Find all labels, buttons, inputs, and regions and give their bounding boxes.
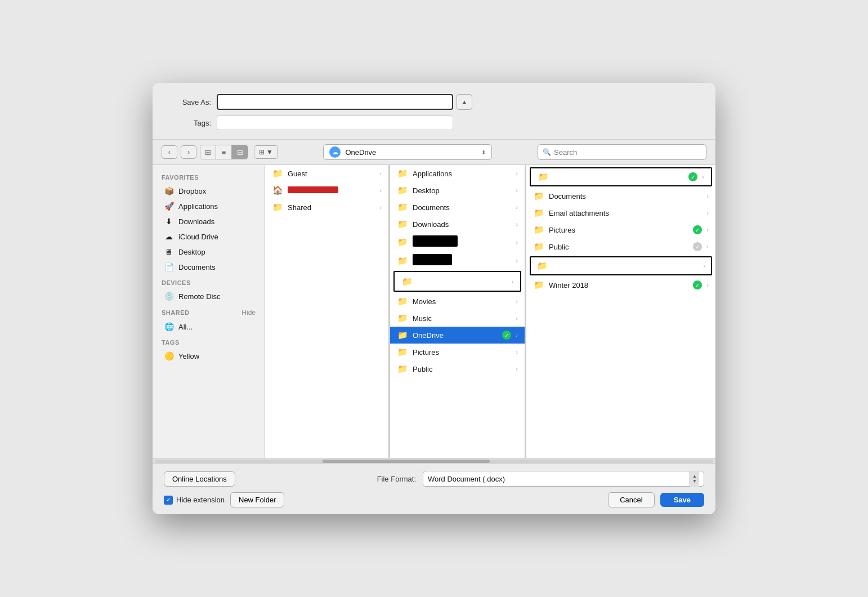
footer-format-row: Online Locations File Format: Word Docum… bbox=[164, 471, 704, 487]
sidebar-item-desktop[interactable]: 🖥 Desktop bbox=[155, 244, 262, 259]
hide-button[interactable]: Hide bbox=[241, 309, 256, 317]
file-item-col3-outlined2[interactable]: 📁 › bbox=[530, 256, 712, 275]
folder-icon: 📁 bbox=[533, 224, 544, 235]
arrange-button[interactable]: ⊞ ▼ bbox=[254, 145, 278, 159]
desktop-icon: 🖥 bbox=[164, 247, 174, 257]
sidebar-item-yellow[interactable]: 🟡 Yellow bbox=[155, 349, 262, 363]
downloads-icon: ⬇ bbox=[164, 216, 174, 226]
folder-icon: 📁 bbox=[397, 237, 408, 248]
file-item-downloads[interactable]: 📁 Downloads › bbox=[390, 216, 525, 233]
sidebar-item-documents[interactable]: 📄 Documents bbox=[155, 260, 262, 274]
remote-disc-icon: 💿 bbox=[164, 291, 174, 301]
column-view-button[interactable]: ⊟ bbox=[232, 145, 248, 159]
tags-row: Tags: bbox=[166, 115, 702, 130]
tags-input[interactable] bbox=[217, 115, 453, 130]
list-view-button[interactable]: ≡ bbox=[216, 145, 232, 159]
file-item-applications[interactable]: 📁 Applications › bbox=[390, 165, 525, 182]
sidebar-item-icloud[interactable]: ☁ iCloud Drive bbox=[155, 229, 262, 244]
file-item-movies[interactable]: 📁 Movies › bbox=[390, 293, 525, 310]
back-icon: ‹ bbox=[168, 148, 171, 156]
arrange-chevron: ▼ bbox=[266, 148, 273, 156]
sidebar-dropbox-label: Dropbox bbox=[178, 187, 206, 195]
expand-button[interactable]: ▲ bbox=[457, 94, 472, 110]
icloud-icon: ☁ bbox=[164, 231, 174, 242]
file-item-hidden1[interactable]: 📁 › bbox=[390, 233, 525, 251]
file-name: Downloads bbox=[413, 220, 511, 229]
expand-arrow-icon: › bbox=[516, 257, 518, 264]
location-dropdown[interactable]: ☁ OneDrive ⬍ bbox=[323, 144, 492, 160]
save-as-input[interactable] bbox=[217, 94, 453, 110]
file-item-col3-outlined[interactable]: 📁 ✓ › bbox=[530, 167, 712, 186]
file-item-onedrive[interactable]: 📁 OneDrive ✓ › bbox=[390, 327, 525, 344]
tags-label: Tags: bbox=[166, 119, 211, 127]
onedrive-icon: 📁 bbox=[397, 329, 408, 341]
sidebar-all-label: All... bbox=[178, 323, 193, 331]
folder-icon: 📁 bbox=[397, 185, 408, 196]
file-item-home[interactable]: 🏠 › bbox=[265, 182, 388, 199]
forward-button[interactable]: › bbox=[181, 145, 196, 159]
sidebar-downloads-label: Downloads bbox=[178, 217, 214, 226]
sidebar-item-downloads[interactable]: ⬇ Downloads bbox=[155, 214, 262, 229]
file-item-pictures[interactable]: 📁 Pictures › bbox=[390, 344, 525, 360]
file-item-public[interactable]: 📁 Public › bbox=[390, 360, 525, 377]
folder-icon: 📁 bbox=[397, 168, 408, 179]
format-dropdown[interactable]: Word Document (.docx) ▲ ▼ bbox=[423, 471, 704, 487]
expand-arrow-icon: › bbox=[516, 332, 518, 338]
sync-check-icon: ✓ bbox=[502, 331, 511, 340]
folder-icon: 📁 bbox=[397, 202, 408, 213]
search-input[interactable] bbox=[554, 148, 701, 157]
file-item-col3-public[interactable]: 📁 Public ✓ › bbox=[526, 238, 715, 255]
hide-extension-label: Hide extension bbox=[176, 496, 225, 504]
file-item-col3-email[interactable]: 📁 Email attachments › bbox=[526, 204, 715, 221]
new-folder-button[interactable]: New Folder bbox=[230, 492, 284, 507]
file-name: Music bbox=[413, 314, 511, 323]
file-name: Documents bbox=[549, 192, 702, 201]
stepper-arrows[interactable]: ▲ ▼ bbox=[690, 471, 699, 487]
file-item-desktop[interactable]: 📁 Desktop › bbox=[390, 182, 525, 199]
sidebar-item-all[interactable]: 🌐 All... bbox=[155, 319, 262, 334]
online-locations-button[interactable]: Online Locations bbox=[164, 471, 235, 487]
file-item-col3-documents[interactable]: 📁 Documents › bbox=[526, 188, 715, 204]
sidebar-item-dropbox[interactable]: 📦 Dropbox bbox=[155, 184, 262, 198]
stepper-up-icon[interactable]: ▲ bbox=[692, 474, 697, 479]
icon-view-button[interactable]: ⊞ bbox=[200, 145, 216, 159]
format-value: Word Document (.docx) bbox=[428, 475, 685, 483]
file-item-guest[interactable]: 📁 Guest › bbox=[265, 165, 388, 182]
yellow-tag-icon: 🟡 bbox=[164, 351, 174, 361]
expand-arrow-icon: › bbox=[379, 204, 382, 211]
expand-arrow-icon: › bbox=[706, 226, 709, 233]
sidebar-item-applications[interactable]: 🚀 Applications bbox=[155, 199, 262, 213]
cancel-button[interactable]: Cancel bbox=[608, 492, 654, 507]
redacted-name bbox=[288, 186, 338, 193]
folder-icon: 📁 bbox=[401, 276, 413, 287]
folder-icon: 📁 bbox=[533, 190, 544, 202]
expand-arrow-icon: › bbox=[516, 204, 518, 211]
favorites-label: Favorites bbox=[153, 170, 265, 183]
expand-arrow-icon: › bbox=[516, 187, 518, 194]
file-format-label: File Format: bbox=[377, 475, 416, 483]
hide-extension-checkbox[interactable]: ✓ bbox=[164, 496, 173, 505]
scrollbar-thumb[interactable] bbox=[323, 460, 490, 463]
home-icon: 🏠 bbox=[272, 185, 283, 196]
file-item-music[interactable]: 📁 Music › bbox=[390, 310, 525, 327]
file-name: Public bbox=[413, 365, 511, 373]
file-item-col3-pictures[interactable]: 📁 Pictures ✓ › bbox=[526, 221, 715, 238]
folder-icon: 📁 bbox=[536, 260, 548, 271]
folder-icon: 📁 bbox=[397, 346, 408, 358]
save-button[interactable]: Save bbox=[660, 493, 704, 507]
scrollbar-track bbox=[155, 460, 713, 463]
stepper-down-icon[interactable]: ▼ bbox=[692, 479, 697, 484]
hide-extension-checkbox-wrap: ✓ Hide extension bbox=[164, 496, 225, 505]
expand-arrow-icon: › bbox=[379, 187, 382, 194]
shared-label: Shared bbox=[162, 309, 241, 316]
sync-check-icon: ✓ bbox=[688, 172, 697, 181]
file-item-documents[interactable]: 📁 Documents › bbox=[390, 199, 525, 216]
search-box: 🔍 bbox=[538, 144, 706, 160]
file-item-hidden2[interactable]: 📁 › bbox=[390, 251, 525, 270]
back-button[interactable]: ‹ bbox=[162, 145, 177, 159]
file-item-shared[interactable]: 📁 Shared › bbox=[265, 199, 388, 216]
file-item-outlined[interactable]: 📁 › bbox=[393, 271, 521, 292]
sidebar-item-remote-disc[interactable]: 💿 Remote Disc bbox=[155, 289, 262, 304]
file-item-col3-winter[interactable]: 📁 Winter 2018 ✓ › bbox=[526, 277, 715, 293]
file-name: Public bbox=[549, 243, 688, 251]
